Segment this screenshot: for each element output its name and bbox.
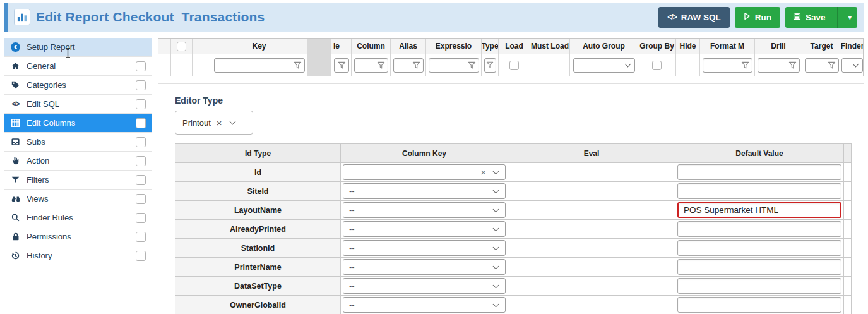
column-key-dropdown[interactable]: --: [343, 259, 506, 275]
sidebar-item-subs[interactable]: Subs: [4, 133, 152, 152]
sidebar-item-views[interactable]: Views: [4, 190, 152, 208]
chevron-down-icon[interactable]: [493, 187, 499, 193]
target-filter-input[interactable]: [805, 58, 839, 73]
chevron-down-icon[interactable]: [493, 301, 499, 307]
save-button[interactable]: Save: [785, 7, 833, 28]
editor-row-siteid: SiteId --: [175, 182, 852, 201]
chevron-down-icon[interactable]: [493, 225, 499, 231]
auto-group-filter-cell: [570, 54, 638, 76]
col-header-type[interactable]: Type: [482, 39, 499, 54]
col-header-format-mask[interactable]: Format M: [700, 39, 755, 54]
load-filter-checkbox[interactable]: [509, 61, 519, 70]
key-filter-input[interactable]: [214, 58, 305, 73]
eval-cell: [508, 258, 675, 277]
select-all-checkbox[interactable]: [177, 42, 186, 51]
finder-rules-checkbox[interactable]: [136, 213, 146, 223]
default-value-input[interactable]: [677, 278, 841, 294]
column-key-dropdown[interactable]: --: [343, 297, 506, 313]
code-icon: </>: [10, 100, 21, 107]
columns-grid-header-row: Key le Column Alias Expressio Type Load …: [158, 39, 863, 54]
hide-filter-cell: [676, 54, 700, 76]
finder-filter-select[interactable]: [841, 58, 863, 73]
col-header-load[interactable]: Load: [499, 39, 530, 54]
default-value-input[interactable]: [677, 259, 841, 275]
col-header-key[interactable]: Key: [211, 39, 307, 54]
sidebar-item-label: Edit Columns: [27, 118, 75, 128]
col-header-target[interactable]: Target: [802, 39, 841, 54]
type-filter-input[interactable]: [484, 58, 496, 73]
filters-checkbox[interactable]: [136, 175, 146, 185]
sidebar-item-edit-columns[interactable]: Edit Columns: [4, 114, 152, 133]
column-key-dropdown[interactable]: ×: [343, 164, 506, 180]
col-header-finder[interactable]: Finder: [841, 39, 863, 54]
save-dropdown-caret[interactable]: ▾: [842, 7, 857, 28]
filter-icon: [10, 176, 21, 184]
id-type-cell: AlreadyPrinted: [175, 220, 341, 239]
column-key-dropdown[interactable]: --: [343, 240, 506, 256]
sidebar-item-permissions[interactable]: Permissions: [4, 227, 152, 246]
format-mask-filter-input[interactable]: [703, 58, 752, 73]
sidebar-item-action[interactable]: Action: [4, 152, 152, 171]
sidebar-item-categories[interactable]: Categories: [4, 76, 152, 95]
group-by-filter-checkbox[interactable]: [652, 61, 662, 70]
col-header-column-key: Column Key: [341, 144, 508, 163]
title-filter-input[interactable]: [334, 58, 349, 73]
edit-columns-checkbox[interactable]: [136, 118, 146, 128]
chip-remove-icon[interactable]: ×: [217, 118, 222, 128]
default-value-input[interactable]: [677, 221, 841, 237]
editor-row-layoutname: LayoutName --: [175, 201, 852, 220]
default-value-input-highlighted[interactable]: [677, 202, 841, 218]
run-button[interactable]: Run: [735, 7, 780, 28]
sidebar-setup-report[interactable]: Setup Report: [4, 38, 152, 57]
chevron-down-icon[interactable]: [229, 119, 235, 125]
raw-sql-button[interactable]: </> RAW SQL: [658, 7, 729, 28]
sidebar-item-history[interactable]: History: [4, 246, 152, 265]
alias-filter-input[interactable]: [393, 58, 424, 73]
drill-filter-input[interactable]: [758, 58, 800, 73]
clear-selection-icon[interactable]: ×: [480, 167, 486, 177]
chevron-down-icon[interactable]: [493, 168, 499, 174]
default-value-input[interactable]: [677, 183, 841, 199]
column-filter-input[interactable]: [354, 58, 388, 73]
column-key-dropdown[interactable]: --: [343, 202, 506, 218]
column-key-dropdown[interactable]: --: [343, 221, 506, 237]
col-header-title-partial[interactable]: le: [331, 39, 352, 54]
app-header: Edit Report Checkout_Transactions </> RA…: [4, 3, 864, 32]
col-header-group-by[interactable]: Group By: [638, 39, 676, 54]
column-key-dropdown[interactable]: --: [343, 183, 506, 199]
history-checkbox[interactable]: [136, 251, 146, 261]
tag-icon: [10, 81, 21, 89]
action-checkbox[interactable]: [136, 156, 146, 166]
subs-checkbox[interactable]: [136, 137, 146, 147]
chevron-down-icon[interactable]: [493, 282, 499, 288]
col-header-expression[interactable]: Expressio: [426, 39, 482, 54]
general-checkbox[interactable]: [136, 61, 146, 71]
expression-filter-input[interactable]: [429, 58, 479, 73]
chevron-down-icon[interactable]: [493, 263, 499, 269]
permissions-checkbox[interactable]: [136, 232, 146, 242]
editor-type-select[interactable]: Printout ×: [175, 111, 253, 135]
default-value-input[interactable]: [677, 297, 841, 313]
col-header-column[interactable]: Column: [352, 39, 391, 54]
sidebar-item-filters[interactable]: Filters: [4, 171, 152, 190]
chevron-down-icon[interactable]: [493, 244, 499, 250]
col-header-hide[interactable]: Hide: [676, 39, 700, 54]
default-value-input[interactable]: [677, 164, 841, 180]
col-header-drill[interactable]: Drill: [755, 39, 802, 54]
edit-sql-checkbox[interactable]: [136, 99, 146, 109]
sliver-cell: [844, 163, 852, 182]
dropdown-value: --: [349, 205, 355, 215]
col-header-alias[interactable]: Alias: [391, 39, 426, 54]
format-mask-filter-cell: [700, 54, 755, 76]
sidebar-item-finder-rules[interactable]: Finder Rules: [4, 208, 152, 227]
chevron-down-icon[interactable]: [493, 206, 499, 212]
column-key-dropdown[interactable]: --: [343, 278, 506, 294]
auto-group-filter-select[interactable]: [573, 58, 635, 73]
categories-checkbox[interactable]: [136, 80, 146, 90]
sidebar-item-general[interactable]: General: [4, 57, 152, 76]
col-header-auto-group[interactable]: Auto Group: [570, 39, 638, 54]
sidebar-item-edit-sql[interactable]: </> Edit SQL: [4, 95, 152, 114]
default-value-input[interactable]: [677, 240, 841, 256]
views-checkbox[interactable]: [136, 194, 146, 204]
col-header-must-load[interactable]: Must Load: [530, 39, 570, 54]
